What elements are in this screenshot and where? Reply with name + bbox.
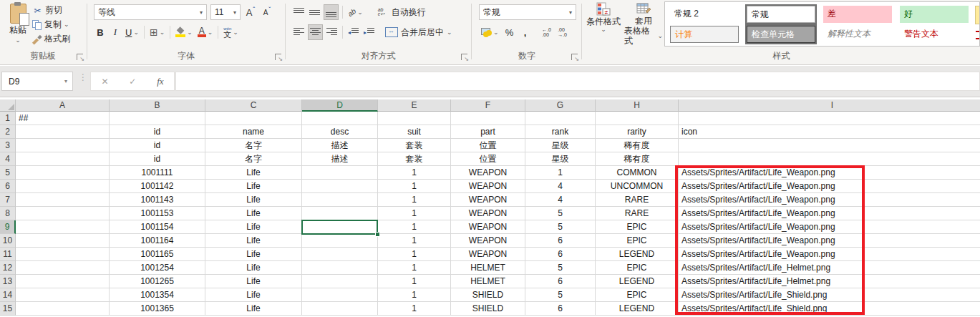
decrease-decimal-button[interactable]: .00→.0: [556, 24, 569, 40]
cell-H3[interactable]: 稀有度: [596, 139, 679, 152]
cell-I12[interactable]: Assets/Sprites/Artifact/Life_Helmet.png: [679, 261, 980, 275]
column-header-B[interactable]: B: [110, 99, 205, 112]
cell-E8[interactable]: 1: [378, 207, 451, 220]
cell-D11[interactable]: [302, 248, 378, 261]
name-box[interactable]: D9 ▾: [1, 72, 73, 91]
cell-B9[interactable]: 1001154: [110, 220, 205, 234]
insert-function-button[interactable]: fx: [157, 76, 163, 87]
cell-E4[interactable]: 套装: [378, 152, 451, 166]
bold-button[interactable]: B: [94, 24, 107, 40]
cell-D15[interactable]: [302, 302, 378, 316]
cell-A3[interactable]: [16, 139, 110, 152]
cell-A6[interactable]: [16, 180, 110, 193]
cell-A5[interactable]: [16, 166, 110, 180]
cell-I13[interactable]: Assets/Sprites/Artifact/Life_Helmet.png: [679, 275, 980, 288]
cell-H1[interactable]: [596, 112, 679, 125]
cell-A12[interactable]: [16, 261, 110, 275]
column-header-D[interactable]: D: [302, 99, 378, 112]
cell-E1[interactable]: [378, 112, 451, 125]
cell-F14[interactable]: SHIELD: [451, 288, 525, 302]
cut-button[interactable]: ✂ 剪切: [32, 4, 62, 17]
cell-I3[interactable]: [679, 139, 980, 152]
cell-E15[interactable]: 1: [378, 302, 451, 316]
cell-C7[interactable]: Life: [205, 193, 302, 207]
increase-font-size-button[interactable]: Aˆ: [244, 4, 257, 20]
cell-E9[interactable]: 1: [378, 220, 451, 234]
cell-D1[interactable]: [302, 112, 378, 125]
format-as-table-button[interactable]: 套用 表格格式⌄: [624, 2, 663, 49]
cell-A10[interactable]: [16, 234, 110, 248]
cell-E10[interactable]: 1: [378, 234, 451, 248]
cell-B8[interactable]: 1001153: [110, 207, 205, 220]
cell-H13[interactable]: LEGEND: [596, 275, 679, 288]
row-header-7[interactable]: 7: [0, 193, 16, 207]
cell-B11[interactable]: 1001165: [110, 248, 205, 261]
enter-button[interactable]: ✓: [129, 77, 136, 87]
decrease-font-size-button[interactable]: Aˇ: [261, 4, 273, 20]
cell-I4[interactable]: [679, 152, 980, 166]
cell-G10[interactable]: 6: [525, 234, 596, 248]
cell-B6[interactable]: 1001142: [110, 180, 205, 193]
increase-indent-button[interactable]: ▸: [362, 24, 376, 40]
cell-C15[interactable]: Life: [205, 302, 302, 316]
cell-F6[interactable]: WEAPON: [451, 180, 525, 193]
accounting-format-button[interactable]: ⌄: [479, 24, 500, 40]
cell-E3[interactable]: 套装: [378, 139, 451, 152]
cell-D12[interactable]: [302, 261, 378, 275]
cell-C13[interactable]: Life: [205, 275, 302, 288]
cell-F7[interactable]: WEAPON: [451, 193, 525, 207]
row-header-3[interactable]: 3: [0, 139, 16, 152]
cell-I8[interactable]: Assets/Sprites/Artifact/Life_Weapon.png: [679, 207, 980, 220]
cell-G3[interactable]: 星级: [525, 139, 596, 152]
row-header-13[interactable]: 13: [0, 275, 16, 288]
cell-F10[interactable]: WEAPON: [451, 234, 525, 248]
font-size-select[interactable]: 11▾: [210, 4, 241, 20]
cell-A2[interactable]: [16, 125, 110, 139]
orientation-button[interactable]: ab⌄: [346, 4, 364, 20]
cell-I10[interactable]: Assets/Sprites/Artifact/Life_Weapon.png: [679, 234, 980, 248]
cell-style-swatch[interactable]: 差: [823, 6, 892, 23]
font-dialog-launcher[interactable]: [275, 54, 281, 60]
cell-I7[interactable]: Assets/Sprites/Artifact/Life_Weapon.png: [679, 193, 980, 207]
cell-G5[interactable]: 1: [525, 166, 596, 180]
cell-B4[interactable]: id: [110, 152, 205, 166]
row-header-15[interactable]: 15: [0, 302, 16, 316]
style-swatch-cutoff-2[interactable]: [976, 31, 980, 39]
cell-G4[interactable]: 星级: [525, 152, 596, 166]
cancel-button[interactable]: ✕: [101, 77, 108, 87]
select-all-corner[interactable]: [0, 99, 16, 112]
borders-button[interactable]: ⊞⌄: [148, 24, 166, 40]
cell-B3[interactable]: id: [110, 139, 205, 152]
cell-F2[interactable]: part: [451, 125, 525, 139]
column-header-A[interactable]: A: [16, 99, 110, 112]
column-header-I[interactable]: I: [679, 99, 980, 112]
cell-D6[interactable]: [302, 180, 378, 193]
fill-color-button[interactable]: ⌄: [174, 24, 194, 40]
cell-E6[interactable]: 1: [378, 180, 451, 193]
font-color-button[interactable]: A⌄: [196, 24, 215, 40]
cell-D8[interactable]: [302, 207, 378, 220]
cell-E2[interactable]: suit: [378, 125, 451, 139]
cell-D9[interactable]: [302, 220, 378, 234]
cell-C12[interactable]: Life: [205, 261, 302, 275]
cell-G6[interactable]: 4: [525, 180, 596, 193]
cell-E14[interactable]: 1: [378, 288, 451, 302]
cell-B14[interactable]: 1001354: [110, 288, 205, 302]
cell-G2[interactable]: rank: [525, 125, 596, 139]
decrease-indent-button[interactable]: ◂: [346, 24, 360, 40]
cell-A8[interactable]: [16, 207, 110, 220]
formula-input[interactable]: [175, 72, 980, 91]
cell-B7[interactable]: 1001143: [110, 193, 205, 207]
align-left-button[interactable]: [292, 24, 306, 40]
underline-button[interactable]: U⌄: [124, 24, 140, 40]
align-top-button[interactable]: [292, 4, 306, 20]
cell-A7[interactable]: [16, 193, 110, 207]
cell-I2[interactable]: icon: [679, 125, 980, 139]
format-painter-button[interactable]: 格式刷: [32, 32, 70, 46]
cell-C4[interactable]: 名字: [205, 152, 302, 166]
cell-D13[interactable]: [302, 275, 378, 288]
cell-G12[interactable]: 5: [525, 261, 596, 275]
cell-F5[interactable]: WEAPON: [451, 166, 525, 180]
cell-A13[interactable]: [16, 275, 110, 288]
cell-E12[interactable]: 1: [378, 261, 451, 275]
